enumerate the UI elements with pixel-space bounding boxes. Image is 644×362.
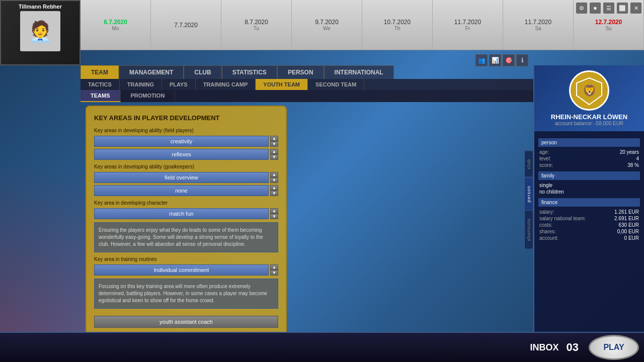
close-icon[interactable]: ✕ bbox=[630, 3, 641, 14]
star-icon[interactable]: ★ bbox=[590, 3, 601, 14]
settings-icon[interactable]: ⚙ bbox=[576, 3, 587, 14]
skill-label-reflexes: reflexes bbox=[172, 151, 191, 157]
tab-international[interactable]: INTERNATIONAL bbox=[324, 65, 394, 79]
finance-salary-value: 1.261 EUR bbox=[614, 209, 639, 215]
skill-bar-match-fun: match fun bbox=[94, 208, 269, 219]
icon-target[interactable]: 🎯 bbox=[503, 54, 515, 66]
calendar-date-8: 12.7.2020 bbox=[595, 19, 622, 26]
calendar-day-5[interactable]: 10.7.2020 Th bbox=[362, 0, 433, 50]
calendar-day-2[interactable]: 7.7.2020 bbox=[151, 0, 221, 50]
subtab-training-camp[interactable]: TRAINING CAMP bbox=[196, 79, 256, 90]
individual-commitment-up-btn[interactable]: ▲ bbox=[270, 264, 278, 270]
skill-row-field-overview: field overview ▲ ▼ bbox=[94, 172, 278, 183]
goalkeeper-label: Key areas in developing ability (goalkee… bbox=[94, 164, 278, 169]
side-tab-club[interactable]: club bbox=[524, 151, 533, 177]
calendar-date-1: 6.7.2020 bbox=[104, 19, 127, 26]
skill-arrows-match-fun: ▲ ▼ bbox=[270, 208, 278, 219]
field-overview-down-btn[interactable]: ▼ bbox=[270, 177, 278, 183]
calendar-date-7: 11.7.2020 bbox=[525, 19, 551, 26]
tab-management[interactable]: MANAGEMENT bbox=[119, 65, 184, 79]
calendar-weekday-1: Mo bbox=[112, 26, 119, 31]
tab-statistics[interactable]: STATISTICS bbox=[222, 65, 277, 79]
manager-card: Tillmann Rebher 🧑‍💼 bbox=[0, 0, 80, 65]
side-tabs: club person shortcuts bbox=[524, 151, 533, 249]
top-right-icons: ⚙ ★ ☰ ⬜ ✕ bbox=[576, 3, 641, 14]
match-fun-up-btn[interactable]: ▲ bbox=[270, 208, 278, 214]
play-label: PLAY bbox=[603, 343, 624, 352]
finance-costs-row: costs: 630 EUR bbox=[538, 222, 640, 228]
training-label: Key area in training routines bbox=[94, 256, 278, 262]
finance-shares-value: 0,00 EUR bbox=[617, 229, 639, 234]
calendar-day-7[interactable]: 11.7.2020 Sa bbox=[503, 0, 574, 50]
inbox-section: INBOX 03 bbox=[530, 341, 579, 354]
person-level-row: level: 4 bbox=[538, 155, 640, 162]
tab-person[interactable]: PERSON bbox=[277, 65, 324, 79]
window-icon[interactable]: ⬜ bbox=[617, 3, 628, 14]
skill-bar-individual-commitment: Individual commitment bbox=[94, 264, 269, 276]
calendar-bar: 6.7.2020 Mo 7.7.2020 8.7.2020 Tu 9.7.202… bbox=[80, 0, 644, 50]
subtab-training[interactable]: TRAINING bbox=[120, 79, 162, 90]
calendar-weekday-3: Tu bbox=[254, 26, 259, 31]
tab-team[interactable]: TEAM bbox=[80, 65, 119, 79]
skill-row-creativity: creativity ▲ ▼ bbox=[94, 136, 278, 147]
youth-assistant-coach-button[interactable]: youth assistant coach bbox=[94, 316, 278, 328]
family-status-row: single bbox=[538, 182, 640, 189]
right-panel-content: person age: 20 years level: 4 score: 38 … bbox=[534, 131, 644, 332]
skill-bar-none: none bbox=[94, 185, 269, 196]
calendar-day-4[interactable]: 9.7.2020 We bbox=[292, 0, 362, 50]
menu-icon[interactable]: ☰ bbox=[603, 3, 614, 14]
skill-label-field-overview: field overview bbox=[165, 174, 198, 180]
skill-row-individual-commitment: Individual commitment ▲ ▼ bbox=[94, 264, 278, 276]
thirdtab-promotion[interactable]: PROMOTION bbox=[121, 90, 176, 102]
play-button[interactable]: PLAY bbox=[589, 335, 639, 360]
reflexes-down-btn[interactable]: ▼ bbox=[270, 154, 278, 160]
skill-row-match-fun: match fun ▲ ▼ bbox=[94, 208, 278, 219]
calendar-header: 6.7.2020 Mo 7.7.2020 8.7.2020 Tu 9.7.202… bbox=[80, 0, 644, 50]
none-down-btn[interactable]: ▼ bbox=[270, 191, 278, 196]
finance-account-label: account: bbox=[539, 235, 558, 241]
creativity-down-btn[interactable]: ▼ bbox=[270, 141, 278, 147]
subtab-youth-team[interactable]: YOUTH TEAM bbox=[256, 79, 308, 90]
skill-arrows-creativity: ▲ ▼ bbox=[270, 136, 278, 147]
reflexes-up-btn[interactable]: ▲ bbox=[270, 149, 278, 154]
subtab-tactics[interactable]: TACTICS bbox=[80, 79, 120, 90]
skill-arrows-reflexes: ▲ ▼ bbox=[270, 149, 278, 160]
calendar-day-1[interactable]: 6.7.2020 Mo bbox=[80, 0, 151, 50]
finance-shares-label: shares: bbox=[539, 229, 556, 234]
finance-costs-value: 630 EUR bbox=[618, 222, 639, 228]
none-up-btn[interactable]: ▲ bbox=[270, 185, 278, 191]
field-overview-up-btn[interactable]: ▲ bbox=[270, 172, 278, 177]
person-level-value: 4 bbox=[636, 156, 639, 161]
club-logo: 🦁 bbox=[569, 70, 609, 111]
club-logo-area: 🦁 RHEIN-NECKAR LÖWEN account balance: -5… bbox=[534, 65, 644, 131]
person-section-header: person bbox=[538, 138, 640, 147]
side-tab-shortcuts[interactable]: shortcuts bbox=[524, 210, 533, 249]
calendar-date-6: 11.7.2020 bbox=[454, 19, 481, 26]
individual-commitment-down-btn[interactable]: ▼ bbox=[270, 270, 278, 276]
calendar-day-3[interactable]: 8.7.2020 Tu bbox=[221, 0, 292, 50]
subtab-plays[interactable]: PLAYS bbox=[162, 79, 196, 90]
panel-title: KEY AREAS IN PLAYER DEVELOPMENT bbox=[94, 114, 278, 122]
subtab-second-team[interactable]: SECOND TEAM bbox=[308, 79, 364, 90]
training-description: Focusing on this key training area will … bbox=[94, 279, 278, 309]
side-tab-person[interactable]: person bbox=[524, 177, 533, 211]
field-players-label: Key areas in developing ability (field p… bbox=[94, 128, 278, 133]
icon-people[interactable]: 👥 bbox=[475, 54, 488, 66]
inbox-count: 03 bbox=[567, 341, 579, 354]
icon-chart[interactable]: 📊 bbox=[489, 54, 501, 66]
person-level-label: level: bbox=[539, 156, 551, 161]
skill-arrows-field-overview: ▲ ▼ bbox=[270, 172, 278, 183]
skill-label-none: none bbox=[175, 188, 187, 194]
tab-club[interactable]: CLUB bbox=[184, 65, 221, 79]
creativity-up-btn[interactable]: ▲ bbox=[270, 136, 278, 141]
skill-bar-field-overview: field overview bbox=[94, 172, 269, 183]
main-content: KEY AREAS IN PLAYER DEVELOPMENT Key area… bbox=[80, 101, 526, 332]
thirdtab-teams[interactable]: TEAMS bbox=[80, 90, 121, 102]
finance-salary-label: salary: bbox=[539, 209, 554, 215]
match-fun-down-btn[interactable]: ▼ bbox=[270, 214, 278, 219]
calendar-day-6[interactable]: 11.7.2020 Fr bbox=[433, 0, 503, 50]
person-age-label: age: bbox=[539, 149, 549, 155]
calendar-date-4: 9.7.2020 bbox=[315, 19, 339, 26]
icon-info[interactable]: ℹ bbox=[516, 54, 528, 66]
finance-nat-salary-label: salary national team: bbox=[539, 216, 586, 221]
